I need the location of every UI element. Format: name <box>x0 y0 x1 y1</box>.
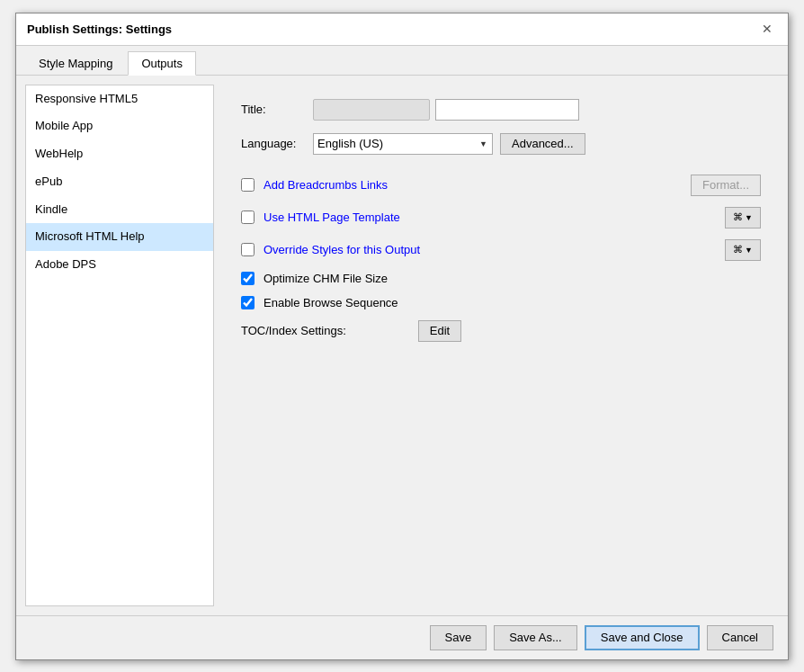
cmd-icon-2: ⌘ <box>733 244 743 255</box>
sidebar-item-kindle[interactable]: Kindle <box>26 196 213 224</box>
title-bar: Publish Settings: Settings ✕ <box>16 13 788 46</box>
advanced-button[interactable]: Advanced... <box>500 133 585 155</box>
cmd-icon-1: ⌘ <box>733 211 743 223</box>
html-template-label[interactable]: Use HTML Page Template <box>264 211 400 224</box>
browse-sequence-label[interactable]: Enable Browse Sequence <box>264 296 398 309</box>
tab-bar: Style Mapping Outputs <box>16 46 788 76</box>
dropdown-arrow-icon-2: ▼ <box>745 246 753 255</box>
toc-row: TOC/Index Settings: Edit <box>241 320 761 342</box>
footer: Save Save As... Save and Close Cancel <box>16 615 788 659</box>
sidebar-item-responsive-html5[interactable]: Responsive HTML5 <box>26 85 213 113</box>
breadcrumbs-label[interactable]: Add Breadcrumbs Links <box>264 178 388 192</box>
dialog-title: Publish Settings: Settings <box>27 22 172 36</box>
override-styles-checkbox[interactable] <box>241 243 255 256</box>
dropdown-arrow-icon-1: ▼ <box>745 213 753 222</box>
close-button[interactable]: ✕ <box>757 19 777 39</box>
sidebar-item-webhelp[interactable]: WebHelp <box>26 140 213 168</box>
save-close-button[interactable]: Save and Close <box>585 625 700 650</box>
title-inputs <box>313 99 761 121</box>
sidebar-item-epub[interactable]: ePub <box>26 168 213 196</box>
save-as-button[interactable]: Save As... <box>494 625 577 650</box>
language-row: Language: English (US) French German Spa… <box>241 133 761 155</box>
cancel-button[interactable]: Cancel <box>707 625 773 650</box>
sidebar-item-adobe-dps[interactable]: Adobe DPS <box>26 251 213 279</box>
save-button[interactable]: Save <box>430 625 487 650</box>
override-styles-row: Override Styles for this Output ⌘ ▼ <box>241 239 761 261</box>
sidebar: Responsive HTML5 Mobile App WebHelp ePub… <box>25 85 214 606</box>
language-label: Language: <box>241 137 313 150</box>
browse-sequence-checkbox[interactable] <box>241 296 255 309</box>
format-button[interactable]: Format... <box>691 175 761 196</box>
language-select-wrapper: English (US) French German Spanish Japan… <box>313 133 493 155</box>
override-styles-label[interactable]: Override Styles for this Output <box>264 243 420 256</box>
optimize-chm-label[interactable]: Optimize CHM File Size <box>264 272 388 285</box>
tab-outputs[interactable]: Outputs <box>128 51 196 76</box>
tab-style-mapping[interactable]: Style Mapping <box>25 51 126 75</box>
language-select[interactable]: English (US) French German Spanish Japan… <box>313 133 493 155</box>
title-placeholder-box <box>313 99 430 121</box>
browse-sequence-row: Enable Browse Sequence <box>241 296 761 309</box>
main-panel: Title: Language: English (US) French Ger… <box>223 85 779 606</box>
html-template-row: Use HTML Page Template ⌘ ▼ <box>241 207 761 228</box>
title-row: Title: <box>241 99 761 121</box>
optimize-chm-checkbox[interactable] <box>241 272 255 285</box>
optimize-chm-row: Optimize CHM File Size <box>241 272 761 285</box>
content-area: Responsive HTML5 Mobile App WebHelp ePub… <box>16 76 788 615</box>
breadcrumbs-checkbox[interactable] <box>241 178 255 192</box>
html-template-icon-btn[interactable]: ⌘ ▼ <box>725 207 761 228</box>
title-label: Title: <box>241 103 313 116</box>
title-input[interactable] <box>435 99 579 121</box>
html-template-checkbox[interactable] <box>241 211 255 224</box>
override-styles-icon-btn[interactable]: ⌘ ▼ <box>725 239 761 261</box>
toc-label: TOC/Index Settings: <box>241 324 346 337</box>
breadcrumbs-row: Add Breadcrumbs Links Format... <box>241 175 761 196</box>
sidebar-item-mobile-app[interactable]: Mobile App <box>26 112 213 140</box>
sidebar-item-microsoft-html-help[interactable]: Microsoft HTML Help <box>26 223 213 251</box>
publish-settings-dialog: Publish Settings: Settings ✕ Style Mappi… <box>15 13 789 660</box>
toc-edit-button[interactable]: Edit <box>418 320 461 342</box>
